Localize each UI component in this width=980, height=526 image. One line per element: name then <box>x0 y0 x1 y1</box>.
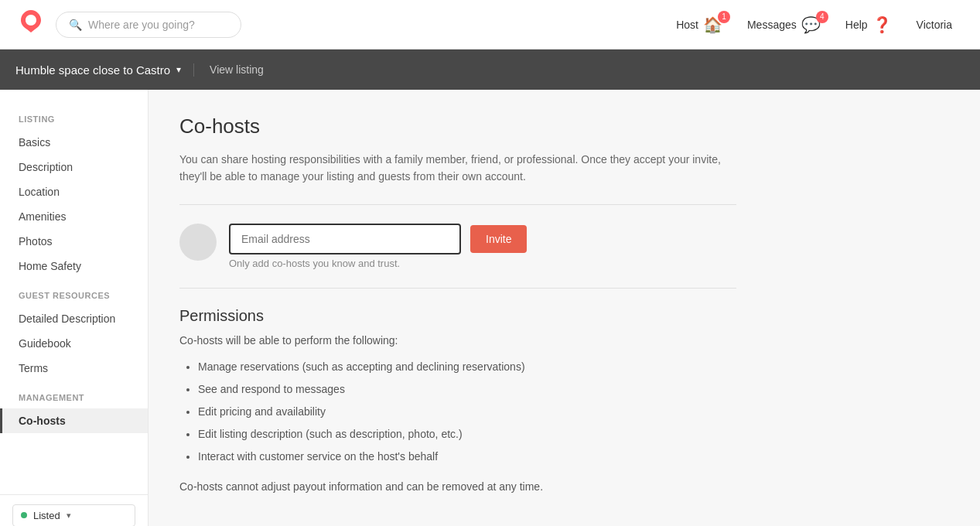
sidebar-item-amenities[interactable]: Amenities <box>0 204 148 229</box>
cohost-avatar-placeholder <box>179 224 217 261</box>
page-wrapper: Listing Basics Description Location Amen… <box>0 90 980 526</box>
trust-note: Only add co-hosts you know and trust. <box>229 258 736 269</box>
search-bar[interactable]: 🔍 Where are you going? <box>56 12 241 38</box>
host-button[interactable]: Host 🏠 1 <box>667 9 732 40</box>
list-item: Interact with customer service on the ho… <box>198 449 736 465</box>
help-label: Help <box>845 19 868 31</box>
help-icon: ❓ <box>872 15 892 34</box>
list-item: Manage reservations (such as accepting a… <box>198 359 736 375</box>
list-item: See and respond to messages <box>198 381 736 398</box>
host-badge: 1 <box>718 11 730 23</box>
status-dropdown[interactable]: Listed ▾ <box>12 504 135 526</box>
sidebar-item-photos[interactable]: Photos <box>0 229 148 254</box>
search-placeholder: Where are you going? <box>88 19 195 31</box>
view-listing-link[interactable]: View listing <box>194 63 279 76</box>
sidebar: Listing Basics Description Location Amen… <box>0 90 149 526</box>
guest-section-label: Guest Resources <box>0 278 148 306</box>
nav-left: 🔍 Where are you going? <box>19 9 241 39</box>
chevron-down-icon: ▾ <box>67 511 71 521</box>
listing-name: Humble space close to Castro <box>15 63 170 77</box>
user-menu[interactable]: Victoria <box>907 12 961 37</box>
sidebar-item-terms[interactable]: Terms <box>0 356 148 381</box>
sidebar-bottom: Listed ▾ <box>0 494 148 526</box>
chevron-down-icon: ▾ <box>176 64 181 75</box>
sidebar-item-detailed-description[interactable]: Detailed Description <box>0 306 148 331</box>
status-label: Listed <box>33 510 60 521</box>
invite-form-wrapper: Invite Only add co-hosts you know and tr… <box>229 224 736 269</box>
permissions-intro: Co-hosts will be able to perform the fol… <box>179 334 736 347</box>
messages-button[interactable]: Messages 💬 4 <box>738 9 830 40</box>
permissions-list: Manage reservations (such as accepting a… <box>179 359 736 465</box>
user-label: Victoria <box>917 19 952 31</box>
permissions-note: Co-hosts cannot adjust payout informatio… <box>179 480 736 493</box>
sidebar-item-description[interactable]: Description <box>0 155 148 179</box>
nav-right: Host 🏠 1 Messages 💬 4 Help ❓ Victoria <box>667 9 961 40</box>
page-description: You can share hosting responsibilities w… <box>179 151 736 186</box>
list-item: Edit pricing and availability <box>198 404 736 420</box>
management-section-label: Management <box>0 381 148 408</box>
invite-form: Invite <box>229 224 736 254</box>
host-label: Host <box>676 19 698 31</box>
permissions-section: Permissions Co-hosts will be able to per… <box>179 289 736 511</box>
sidebar-item-home-safety[interactable]: Home Safety <box>0 254 148 278</box>
page-title: Co-hosts <box>179 114 736 138</box>
sub-nav: Humble space close to Castro ▾ View list… <box>0 50 980 90</box>
invite-button[interactable]: Invite <box>470 225 527 253</box>
sidebar-item-cohosts[interactable]: Co-hosts <box>0 408 148 433</box>
search-icon: 🔍 <box>69 19 82 31</box>
sidebar-item-guidebook[interactable]: Guidebook <box>0 331 148 356</box>
help-button[interactable]: Help ❓ <box>836 9 901 40</box>
listed-status-dot <box>21 512 27 518</box>
messages-badge: 4 <box>816 11 828 23</box>
airbnb-logo[interactable] <box>19 9 43 39</box>
main-content: Co-hosts You can share hosting responsib… <box>149 90 767 526</box>
invite-section: Invite Only add co-hosts you know and tr… <box>179 205 736 288</box>
sidebar-item-location[interactable]: Location <box>0 179 148 204</box>
list-item: Edit listing description (such as descri… <box>198 426 736 442</box>
permissions-title: Permissions <box>179 307 736 325</box>
email-input[interactable] <box>229 224 461 254</box>
messages-label: Messages <box>747 19 797 31</box>
listing-title[interactable]: Humble space close to Castro ▾ <box>15 63 194 77</box>
sidebar-item-basics[interactable]: Basics <box>0 130 148 155</box>
listing-section-label: Listing <box>0 102 148 130</box>
top-nav: 🔍 Where are you going? Host 🏠 1 Messages… <box>0 0 980 50</box>
